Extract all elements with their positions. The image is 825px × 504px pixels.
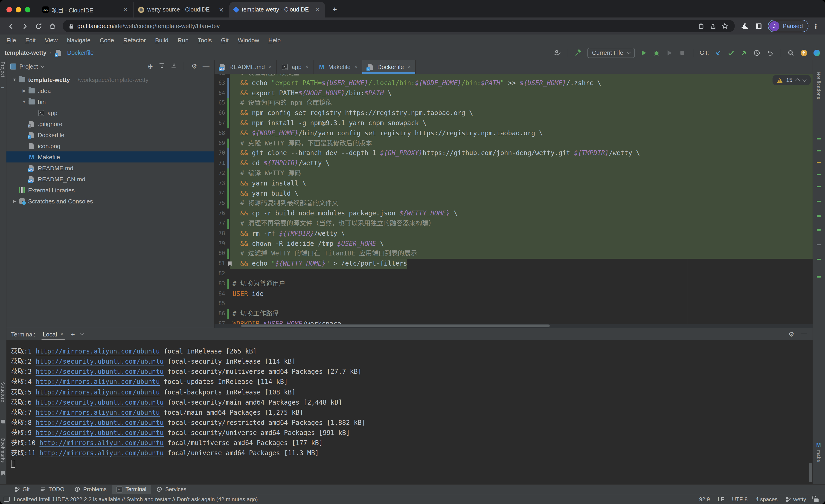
breadcrumb-project[interactable]: template-wetty	[5, 49, 47, 56]
locate-file-icon[interactable]: ⊕	[148, 63, 153, 70]
minimize-window-button[interactable]	[16, 7, 21, 12]
terminal-link[interactable]: http://security.ubuntu.com/ubuntu	[36, 368, 164, 375]
tab-close-icon[interactable]: ✕	[217, 6, 225, 13]
inspection-widget[interactable]: 15	[772, 75, 811, 85]
git-branch-widget[interactable]: wetty	[785, 496, 806, 502]
terminal-link[interactable]: http://security.ubuntu.com/ubuntu	[36, 398, 164, 406]
terminal-link[interactable]: http://mirrors.aliyun.com/ubuntu	[36, 409, 160, 416]
url-bar[interactable]: go.titanide.cn /ide/web/coding/template-…	[63, 20, 735, 32]
git-commit-icon[interactable]	[727, 49, 735, 57]
history-clock-icon[interactable]	[753, 49, 761, 57]
tree-item-app[interactable]: >_app	[6, 107, 214, 118]
terminal-minimize-icon[interactable]: —	[801, 330, 807, 337]
ide-sphere-icon[interactable]	[813, 49, 820, 57]
tree-item-readme-cn-md[interactable]: MDREADME_CN.md	[6, 174, 214, 185]
hide-tool-window-icon[interactable]: —	[203, 62, 210, 69]
event-log-icon[interactable]	[4, 497, 10, 502]
next-problem-icon[interactable]	[802, 77, 807, 82]
tree-item--gitignore[interactable]: Ø.gitignore	[6, 118, 214, 129]
tree-item-makefile[interactable]: MMakefile	[6, 151, 214, 162]
menu-tools[interactable]: Tools	[193, 36, 216, 44]
terminal-link[interactable]: http://mirrors.aliyun.com/ubuntu	[36, 378, 160, 386]
home-icon[interactable]	[46, 20, 59, 32]
tool-stripe-bookmarks-tab[interactable]: Bookmarks	[0, 438, 5, 463]
share-icon[interactable]	[707, 23, 719, 29]
tab-close-icon[interactable]: ✕	[313, 6, 321, 13]
code-area[interactable]: 62 # 设置路径环境变量63 && echo "export PATH=${U…	[215, 74, 813, 328]
extensions-puzzle-icon[interactable]	[739, 20, 751, 32]
tree-item-bin[interactable]: ▼bin	[6, 96, 214, 107]
build-hammer-icon[interactable]	[575, 49, 582, 57]
tree-item-readme-md[interactable]: MDREADME.md	[6, 162, 214, 174]
new-terminal-icon[interactable]: +	[71, 330, 75, 338]
back-icon[interactable]	[5, 20, 17, 32]
prev-problem-icon[interactable]	[795, 78, 800, 83]
editor-tab-close-icon[interactable]: ×	[408, 64, 411, 70]
run-icon[interactable]	[640, 49, 648, 57]
browser-tab[interactable]: </>项目 - CloudIDE✕	[38, 2, 134, 17]
unlocked-icon[interactable]	[814, 498, 819, 502]
bookmark-star-icon[interactable]	[719, 22, 731, 29]
terminal-output[interactable]: 获取:1 http://mirrors.aliyun.com/ubuntu fo…	[6, 340, 813, 484]
rollback-icon[interactable]	[766, 49, 773, 57]
terminal-link[interactable]: http://mirrors.aliyun.com/ubuntu	[40, 449, 163, 457]
menu-refactor[interactable]: Refactor	[119, 36, 150, 44]
search-everywhere-icon[interactable]	[787, 49, 795, 57]
maximize-window-button[interactable]	[25, 7, 30, 12]
tool-window-button-services[interactable]: Services	[152, 485, 191, 494]
close-terminal-tab-icon[interactable]: ×	[60, 331, 64, 337]
menu-window[interactable]: Window	[233, 36, 264, 44]
tool-stripe-structure-tab[interactable]: Structure	[0, 382, 5, 402]
tree-item-external-libraries[interactable]: External Libraries	[6, 185, 214, 196]
menu-view[interactable]: View	[40, 36, 62, 44]
breadcrumb-file[interactable]: D Dockerfile	[55, 49, 94, 56]
menu-edit[interactable]: Edit	[21, 36, 40, 44]
user-settings-icon[interactable]	[553, 49, 561, 57]
terminal-link[interactable]: http://security.ubuntu.com/ubuntu	[36, 429, 164, 436]
tree-chevron-icon[interactable]: ▶	[11, 199, 18, 203]
menu-git[interactable]: Git	[216, 36, 233, 44]
lock-icon[interactable]	[65, 23, 77, 29]
editor-tab-close-icon[interactable]: ×	[305, 64, 308, 70]
close-window-button[interactable]	[6, 7, 12, 12]
editor-tab-app[interactable]: >_app×	[277, 60, 313, 74]
terminal-link[interactable]: http://security.ubuntu.com/ubuntu	[36, 358, 164, 365]
debug-bug-icon[interactable]	[653, 49, 661, 57]
git-push-icon[interactable]	[740, 49, 748, 57]
tool-window-button-git[interactable]: Git	[9, 485, 34, 494]
terminal-link[interactable]: http://security.ubuntu.com/ubuntu	[36, 419, 164, 426]
tree-chevron-icon[interactable]: ▶	[21, 88, 27, 93]
terminal-tab-local[interactable]: Local×	[43, 331, 64, 338]
project-view-chevron-icon[interactable]	[41, 64, 45, 68]
tree-item-icon-png[interactable]: icon.png	[6, 140, 214, 151]
tool-window-button-problems[interactable]: Problems	[70, 485, 111, 494]
menu-run[interactable]: Run	[173, 36, 194, 44]
tree-chevron-icon[interactable]: ▼	[11, 77, 18, 82]
editor-hscrollbar[interactable]	[215, 324, 813, 328]
side-panel-icon[interactable]	[752, 20, 765, 32]
file-encoding[interactable]: UTF-8	[732, 496, 748, 502]
bookmark-stripe-icon[interactable]	[1, 471, 5, 476]
update-available-icon[interactable]	[800, 49, 808, 57]
tree-item-scratches-and-consoles[interactable]: ▶Scratches and Consoles	[6, 196, 214, 207]
forward-icon[interactable]	[18, 20, 31, 32]
tree-item-template-wetty[interactable]: ▼template-wetty~/workspace/template-wett…	[6, 74, 214, 85]
menu-build[interactable]: Build	[151, 36, 173, 44]
project-settings-gear-icon[interactable]: ⚙	[191, 63, 197, 70]
tree-item--idea[interactable]: ▶.idea	[6, 85, 214, 96]
terminal-link[interactable]: http://mirrors.aliyun.com/ubuntu	[36, 347, 160, 355]
browser-tab[interactable]: template-wetty - CloudIDE✕	[229, 2, 325, 17]
git-update-icon[interactable]	[714, 49, 722, 57]
tab-close-icon[interactable]: ✕	[122, 6, 129, 13]
tool-window-button-todo[interactable]: TODO	[35, 485, 69, 494]
browser-menu-icon[interactable]: •••	[811, 23, 820, 29]
clipboard-icon[interactable]	[695, 23, 707, 29]
editor-tab-close-icon[interactable]: ×	[354, 64, 358, 70]
line-separator[interactable]: LF	[718, 496, 724, 502]
browser-tab[interactable]: wetty-source - CloudIDE✕	[134, 2, 229, 17]
terminal-link[interactable]: http://mirrors.aliyun.com/ubuntu	[40, 439, 163, 447]
run-config-select[interactable]: Current File	[587, 48, 635, 58]
reload-icon[interactable]	[32, 20, 45, 32]
terminal-dropdown-icon[interactable]	[80, 332, 84, 336]
terminal-link[interactable]: http://mirrors.aliyun.com/ubuntu	[36, 388, 160, 396]
